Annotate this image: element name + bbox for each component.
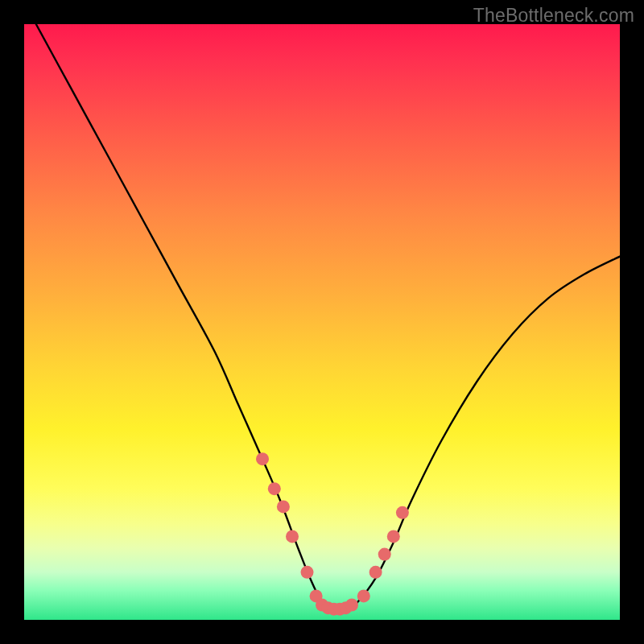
marker-dot xyxy=(357,589,370,602)
marker-dot xyxy=(369,566,382,579)
marker-dot xyxy=(268,482,281,495)
marker-dot xyxy=(286,530,299,543)
marker-dot xyxy=(277,500,290,513)
marker-dot xyxy=(301,566,314,579)
marker-dot xyxy=(378,548,391,561)
marker-dot xyxy=(256,452,269,465)
chart-svg xyxy=(24,24,620,620)
highlight-markers xyxy=(256,452,409,616)
marker-dot xyxy=(396,506,409,519)
marker-dot xyxy=(345,599,358,612)
watermark-text: TheBottleneck.com xyxy=(473,5,634,27)
bottleneck-curve xyxy=(36,24,620,612)
marker-dot xyxy=(387,530,400,543)
chart-plot-area xyxy=(24,24,620,620)
